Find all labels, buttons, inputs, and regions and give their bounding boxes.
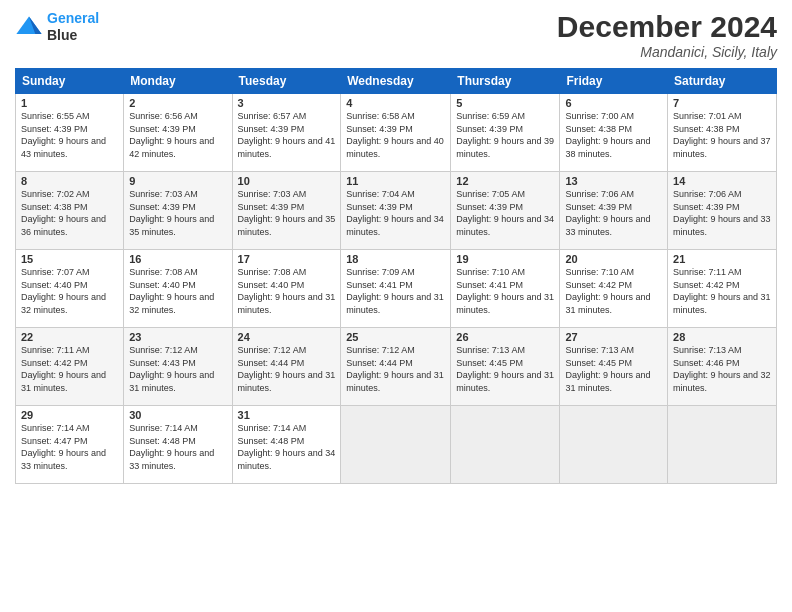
calendar-cell-day-20: 20Sunrise: 7:10 AMSunset: 4:42 PMDayligh… <box>560 250 668 328</box>
calendar-cell-day-25: 25Sunrise: 7:12 AMSunset: 4:44 PMDayligh… <box>341 328 451 406</box>
day-number: 18 <box>346 253 445 265</box>
calendar-cell-day-24: 24Sunrise: 7:12 AMSunset: 4:44 PMDayligh… <box>232 328 341 406</box>
day-number: 5 <box>456 97 554 109</box>
calendar-cell-day-31: 31Sunrise: 7:14 AMSunset: 4:48 PMDayligh… <box>232 406 341 484</box>
calendar-cell-day-21: 21Sunrise: 7:11 AMSunset: 4:42 PMDayligh… <box>668 250 777 328</box>
col-header-sunday: Sunday <box>16 69 124 94</box>
day-number: 7 <box>673 97 771 109</box>
day-info: Sunrise: 6:58 AMSunset: 4:39 PMDaylight:… <box>346 110 445 160</box>
day-number: 25 <box>346 331 445 343</box>
day-info: Sunrise: 6:57 AMSunset: 4:39 PMDaylight:… <box>238 110 336 160</box>
day-number: 3 <box>238 97 336 109</box>
day-number: 9 <box>129 175 226 187</box>
day-number: 26 <box>456 331 554 343</box>
calendar-cell-day-11: 11Sunrise: 7:04 AMSunset: 4:39 PMDayligh… <box>341 172 451 250</box>
calendar-cell-day-26: 26Sunrise: 7:13 AMSunset: 4:45 PMDayligh… <box>451 328 560 406</box>
day-number: 6 <box>565 97 662 109</box>
day-info: Sunrise: 6:59 AMSunset: 4:39 PMDaylight:… <box>456 110 554 160</box>
day-info: Sunrise: 7:11 AMSunset: 4:42 PMDaylight:… <box>21 344 118 394</box>
calendar-cell-day-4: 4Sunrise: 6:58 AMSunset: 4:39 PMDaylight… <box>341 94 451 172</box>
day-info: Sunrise: 7:14 AMSunset: 4:47 PMDaylight:… <box>21 422 118 472</box>
day-info: Sunrise: 6:56 AMSunset: 4:39 PMDaylight:… <box>129 110 226 160</box>
calendar-cell-day-12: 12Sunrise: 7:05 AMSunset: 4:39 PMDayligh… <box>451 172 560 250</box>
calendar-cell-day-8: 8Sunrise: 7:02 AMSunset: 4:38 PMDaylight… <box>16 172 124 250</box>
calendar-cell-day-15: 15Sunrise: 7:07 AMSunset: 4:40 PMDayligh… <box>16 250 124 328</box>
day-info: Sunrise: 7:05 AMSunset: 4:39 PMDaylight:… <box>456 188 554 238</box>
day-info: Sunrise: 7:11 AMSunset: 4:42 PMDaylight:… <box>673 266 771 316</box>
calendar-cell-day-19: 19Sunrise: 7:10 AMSunset: 4:41 PMDayligh… <box>451 250 560 328</box>
calendar-cell-day-22: 22Sunrise: 7:11 AMSunset: 4:42 PMDayligh… <box>16 328 124 406</box>
day-number: 24 <box>238 331 336 343</box>
calendar-cell-day-1: 1Sunrise: 6:55 AMSunset: 4:39 PMDaylight… <box>16 94 124 172</box>
day-number: 30 <box>129 409 226 421</box>
day-number: 19 <box>456 253 554 265</box>
calendar-cell-day-27: 27Sunrise: 7:13 AMSunset: 4:45 PMDayligh… <box>560 328 668 406</box>
day-number: 14 <box>673 175 771 187</box>
calendar-cell-day-7: 7Sunrise: 7:01 AMSunset: 4:38 PMDaylight… <box>668 94 777 172</box>
day-number: 8 <box>21 175 118 187</box>
day-info: Sunrise: 7:00 AMSunset: 4:38 PMDaylight:… <box>565 110 662 160</box>
day-number: 17 <box>238 253 336 265</box>
empty-cell <box>560 406 668 484</box>
calendar-cell-day-13: 13Sunrise: 7:06 AMSunset: 4:39 PMDayligh… <box>560 172 668 250</box>
calendar-cell-day-6: 6Sunrise: 7:00 AMSunset: 4:38 PMDaylight… <box>560 94 668 172</box>
empty-cell <box>451 406 560 484</box>
day-info: Sunrise: 7:02 AMSunset: 4:38 PMDaylight:… <box>21 188 118 238</box>
day-number: 15 <box>21 253 118 265</box>
col-header-thursday: Thursday <box>451 69 560 94</box>
calendar-cell-day-23: 23Sunrise: 7:12 AMSunset: 4:43 PMDayligh… <box>124 328 232 406</box>
day-info: Sunrise: 7:04 AMSunset: 4:39 PMDaylight:… <box>346 188 445 238</box>
day-number: 27 <box>565 331 662 343</box>
day-info: Sunrise: 7:13 AMSunset: 4:45 PMDaylight:… <box>565 344 662 394</box>
col-header-wednesday: Wednesday <box>341 69 451 94</box>
day-number: 16 <box>129 253 226 265</box>
day-number: 31 <box>238 409 336 421</box>
empty-cell <box>668 406 777 484</box>
day-number: 2 <box>129 97 226 109</box>
day-info: Sunrise: 7:06 AMSunset: 4:39 PMDaylight:… <box>673 188 771 238</box>
calendar-cell-day-16: 16Sunrise: 7:08 AMSunset: 4:40 PMDayligh… <box>124 250 232 328</box>
calendar-cell-day-29: 29Sunrise: 7:14 AMSunset: 4:47 PMDayligh… <box>16 406 124 484</box>
main-title: December 2024 <box>557 10 777 44</box>
day-number: 21 <box>673 253 771 265</box>
day-info: Sunrise: 7:01 AMSunset: 4:38 PMDaylight:… <box>673 110 771 160</box>
empty-cell <box>341 406 451 484</box>
day-info: Sunrise: 7:12 AMSunset: 4:43 PMDaylight:… <box>129 344 226 394</box>
day-info: Sunrise: 7:14 AMSunset: 4:48 PMDaylight:… <box>238 422 336 472</box>
day-number: 13 <box>565 175 662 187</box>
day-info: Sunrise: 6:55 AMSunset: 4:39 PMDaylight:… <box>21 110 118 160</box>
calendar-cell-day-30: 30Sunrise: 7:14 AMSunset: 4:48 PMDayligh… <box>124 406 232 484</box>
logo: General Blue <box>15 10 99 44</box>
col-header-monday: Monday <box>124 69 232 94</box>
day-number: 12 <box>456 175 554 187</box>
calendar: SundayMondayTuesdayWednesdayThursdayFrid… <box>15 68 777 484</box>
day-number: 11 <box>346 175 445 187</box>
calendar-cell-day-2: 2Sunrise: 6:56 AMSunset: 4:39 PMDaylight… <box>124 94 232 172</box>
calendar-cell-day-18: 18Sunrise: 7:09 AMSunset: 4:41 PMDayligh… <box>341 250 451 328</box>
page: General Blue December 2024 Mandanici, Si… <box>0 0 792 612</box>
day-number: 4 <box>346 97 445 109</box>
logo-text: General Blue <box>47 10 99 44</box>
calendar-cell-day-5: 5Sunrise: 6:59 AMSunset: 4:39 PMDaylight… <box>451 94 560 172</box>
logo-icon <box>15 13 43 41</box>
day-number: 23 <box>129 331 226 343</box>
day-info: Sunrise: 7:12 AMSunset: 4:44 PMDaylight:… <box>346 344 445 394</box>
col-header-tuesday: Tuesday <box>232 69 341 94</box>
day-info: Sunrise: 7:03 AMSunset: 4:39 PMDaylight:… <box>238 188 336 238</box>
day-number: 22 <box>21 331 118 343</box>
day-info: Sunrise: 7:10 AMSunset: 4:42 PMDaylight:… <box>565 266 662 316</box>
day-number: 28 <box>673 331 771 343</box>
day-info: Sunrise: 7:09 AMSunset: 4:41 PMDaylight:… <box>346 266 445 316</box>
day-info: Sunrise: 7:07 AMSunset: 4:40 PMDaylight:… <box>21 266 118 316</box>
day-number: 1 <box>21 97 118 109</box>
day-info: Sunrise: 7:06 AMSunset: 4:39 PMDaylight:… <box>565 188 662 238</box>
calendar-cell-day-3: 3Sunrise: 6:57 AMSunset: 4:39 PMDaylight… <box>232 94 341 172</box>
col-header-friday: Friday <box>560 69 668 94</box>
calendar-cell-day-28: 28Sunrise: 7:13 AMSunset: 4:46 PMDayligh… <box>668 328 777 406</box>
day-info: Sunrise: 7:12 AMSunset: 4:44 PMDaylight:… <box>238 344 336 394</box>
title-block: December 2024 Mandanici, Sicily, Italy <box>557 10 777 60</box>
calendar-cell-day-14: 14Sunrise: 7:06 AMSunset: 4:39 PMDayligh… <box>668 172 777 250</box>
day-info: Sunrise: 7:13 AMSunset: 4:46 PMDaylight:… <box>673 344 771 394</box>
col-header-saturday: Saturday <box>668 69 777 94</box>
day-info: Sunrise: 7:14 AMSunset: 4:48 PMDaylight:… <box>129 422 226 472</box>
